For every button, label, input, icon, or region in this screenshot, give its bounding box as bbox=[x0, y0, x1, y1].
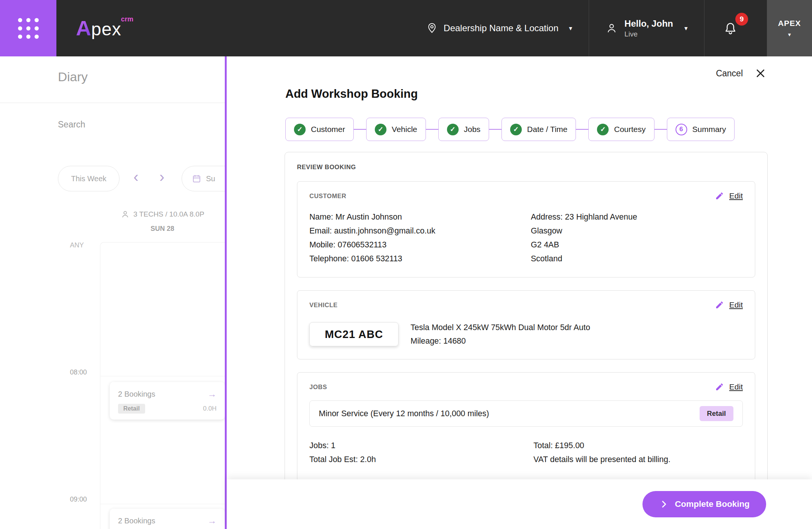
step-complete-icon: ✓ bbox=[447, 124, 459, 135]
time-label: 09:00 bbox=[70, 496, 87, 503]
vehicle-description: Tesla Model X 245kW 75kWh Dual Motor 5dr… bbox=[411, 321, 590, 334]
grid-line bbox=[100, 376, 225, 376]
complete-booking-label: Complete Booking bbox=[675, 499, 750, 509]
booking-card-title: 2 Bookings bbox=[118, 517, 155, 525]
job-item: Minor Service (Every 12 months / 10,000 … bbox=[309, 400, 743, 427]
topbar: A pex crm Dealership Name & Location ▾ H… bbox=[0, 0, 812, 56]
caret-down-icon: ▾ bbox=[684, 24, 688, 32]
app-window: Diary Search This Week ‹ › Su 3 TECHS / … bbox=[0, 0, 812, 529]
bell-icon bbox=[723, 21, 738, 35]
jobs-heading: JOBS bbox=[309, 383, 327, 391]
booking-card[interactable]: 2 Bookings → Retail 0.0H bbox=[110, 382, 225, 420]
step-jobs[interactable]: ✓ Jobs bbox=[438, 118, 489, 141]
modal-title: Add Workshop Booking bbox=[285, 87, 418, 101]
step-courtesy[interactable]: ✓ Courtesy bbox=[588, 118, 654, 141]
date-range-button[interactable]: Su bbox=[182, 166, 225, 191]
edit-jobs-button[interactable]: Edit bbox=[715, 382, 743, 391]
cancel-button[interactable]: Cancel bbox=[716, 68, 743, 79]
review-booking-card: REVIEW BOOKING CUSTOMER Edit Name: Mr Au… bbox=[285, 152, 768, 529]
customer-address-line: Scotland bbox=[531, 252, 637, 266]
vehicle-heading: VEHICLE bbox=[309, 302, 338, 309]
step-complete-icon: ✓ bbox=[510, 124, 522, 135]
jobs-total: Total: £195.00 bbox=[533, 439, 671, 453]
apex-app-switcher[interactable]: APEX ▾ bbox=[767, 0, 812, 56]
app-grid-icon bbox=[18, 18, 39, 39]
customer-address-line: Address: 23 Highland Avenue bbox=[531, 210, 637, 224]
step-vehicle[interactable]: ✓ Vehicle bbox=[366, 118, 426, 141]
edit-customer-button[interactable]: Edit bbox=[715, 191, 743, 200]
step-connector bbox=[576, 129, 588, 130]
brand-logo[interactable]: A pex crm bbox=[76, 18, 138, 39]
step-complete-icon: ✓ bbox=[375, 124, 386, 135]
apex-label: APEX bbox=[778, 19, 801, 28]
vehicle-mileage: Mileage: 14680 bbox=[411, 334, 590, 348]
step-customer[interactable]: ✓ Customer bbox=[285, 118, 354, 141]
modal-footer: Complete Booking bbox=[227, 479, 812, 529]
greeting-label: Hello, John bbox=[624, 18, 673, 29]
step-summary[interactable]: 6 Summary bbox=[667, 118, 735, 141]
step-date-time[interactable]: ✓ Date / Time bbox=[501, 118, 576, 141]
arrow-right-icon[interactable]: → bbox=[208, 515, 217, 526]
app-grid-button[interactable] bbox=[0, 0, 56, 56]
calendar-icon bbox=[192, 174, 201, 183]
step-complete-icon: ✓ bbox=[597, 124, 609, 135]
date-range-label: Su bbox=[206, 174, 215, 183]
notifications-button[interactable]: 9 bbox=[704, 21, 756, 35]
booking-stepper: ✓ Customer ✓ Vehicle ✓ Jobs ✓ Date / Tim… bbox=[285, 118, 735, 141]
jobs-count: Jobs: 1 bbox=[309, 439, 533, 453]
customer-email: Email: austin.johnson@gmail.co.uk bbox=[309, 224, 531, 238]
customer-address-line: Glasgow bbox=[531, 224, 637, 238]
divider bbox=[0, 103, 225, 103]
diary-page: Diary Search This Week ‹ › Su 3 TECHS / … bbox=[0, 56, 225, 529]
dealership-label: Dealership Name & Location bbox=[444, 23, 559, 33]
chevron-right-icon bbox=[659, 499, 669, 509]
step-connector bbox=[354, 129, 366, 130]
review-heading: REVIEW BOOKING bbox=[297, 164, 755, 171]
location-pin-icon bbox=[426, 23, 438, 34]
add-workshop-booking-panel: Cancel Add Workshop Booking ✓ Customer ✓… bbox=[227, 56, 812, 529]
customer-section: CUSTOMER Edit Name: Mr Austin Johnson Em… bbox=[297, 181, 755, 277]
chevron-left-icon[interactable]: ‹ bbox=[133, 169, 138, 184]
user-icon bbox=[606, 22, 618, 34]
page-title: Diary bbox=[58, 70, 88, 84]
close-icon[interactable] bbox=[755, 68, 766, 79]
customer-address-line: G2 4AB bbox=[531, 238, 637, 252]
edit-vehicle-button[interactable]: Edit bbox=[715, 300, 743, 309]
arrow-right-icon[interactable]: → bbox=[208, 389, 217, 399]
step-number: 6 bbox=[676, 124, 687, 135]
day-header: SUN 28 bbox=[100, 225, 225, 233]
brand-wordmark: pex bbox=[91, 20, 121, 38]
booking-card[interactable]: 2 Bookings → bbox=[110, 509, 225, 529]
row-label-any: ANY bbox=[70, 241, 84, 249]
brand-sub-label: crm bbox=[121, 15, 133, 23]
step-complete-icon: ✓ bbox=[294, 124, 306, 135]
caret-down-icon: ▾ bbox=[788, 31, 791, 38]
step-connector bbox=[654, 129, 667, 130]
job-type-badge: Retail bbox=[700, 406, 733, 421]
vat-note: VAT details will be presented at billing… bbox=[533, 453, 671, 467]
complete-booking-button[interactable]: Complete Booking bbox=[642, 491, 766, 517]
vehicle-section: VEHICLE Edit MC21 ABC Tesla Model X 245k… bbox=[297, 290, 755, 359]
vehicle-plate: MC21 ABC bbox=[309, 322, 398, 346]
techs-summary-label: 3 TECHS / 10.0A 8.0P bbox=[133, 210, 205, 218]
notification-badge: 9 bbox=[735, 13, 748, 26]
dealership-selector[interactable]: Dealership Name & Location ▾ bbox=[410, 23, 589, 34]
brand-initial: A bbox=[76, 18, 91, 39]
booking-card-title: 2 Bookings bbox=[118, 390, 155, 399]
person-icon bbox=[121, 210, 130, 219]
search-input[interactable]: Search bbox=[58, 120, 85, 130]
chevron-right-icon[interactable]: › bbox=[159, 169, 164, 184]
booking-hours: 0.0H bbox=[203, 405, 217, 412]
status-label: Live bbox=[624, 30, 673, 38]
jobs-estimate: Total Job Est: 2.0h bbox=[309, 453, 533, 467]
time-label: 08:00 bbox=[70, 368, 87, 376]
this-week-button[interactable]: This Week bbox=[58, 166, 120, 191]
customer-telephone: Telephone: 01606 532113 bbox=[309, 252, 531, 266]
customer-mobile: Mobile: 07606532113 bbox=[309, 238, 531, 252]
user-menu[interactable]: Hello, John Live ▾ bbox=[589, 18, 704, 38]
pencil-icon bbox=[715, 382, 724, 391]
grid-line bbox=[100, 504, 225, 504]
customer-heading: CUSTOMER bbox=[309, 193, 346, 200]
customer-name: Name: Mr Austin Johnson bbox=[309, 210, 531, 224]
booking-tag: Retail bbox=[118, 404, 145, 414]
